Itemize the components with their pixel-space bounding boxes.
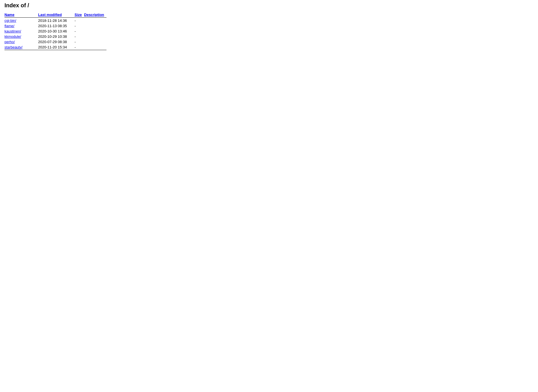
file-desc-cell: [84, 29, 106, 34]
file-size-cell: -: [75, 45, 84, 50]
col-header-modified: Last modified: [38, 12, 75, 18]
file-size-cell: -: [75, 29, 84, 34]
file-desc-cell: [84, 23, 106, 29]
sort-desc-link[interactable]: Description: [84, 13, 104, 17]
footer-divider: [4, 50, 106, 50]
table-row: starbeauty/2020-11-20 15:34-: [4, 45, 106, 50]
file-modified-cell: 2020-10-29 10:38: [38, 34, 75, 39]
page-title: Index of /: [4, 2, 534, 9]
file-name-cell: kkmodule/: [4, 34, 38, 39]
file-size-cell: -: [75, 39, 84, 45]
file-size-cell: -: [75, 34, 84, 39]
file-desc-cell: [84, 39, 106, 45]
file-link[interactable]: starbeauty/: [4, 45, 22, 49]
file-link[interactable]: perho/: [4, 40, 15, 44]
file-desc-cell: [84, 18, 106, 23]
table-row: kaustinen/2020-10-30 13:46-: [4, 29, 106, 34]
file-modified-cell: 2020-07-29 08:38: [38, 39, 75, 45]
column-headers: Name Last modified Size Description: [4, 12, 106, 18]
table-row: perho/2020-07-29 08:38-: [4, 39, 106, 45]
file-modified-cell: 2020-11-20 15:34: [38, 45, 75, 50]
file-name-cell: starbeauty/: [4, 45, 38, 50]
file-desc-cell: [84, 34, 106, 39]
file-link[interactable]: kkmodule/: [4, 34, 21, 39]
file-modified-cell: 2020-11-13 08:35: [38, 23, 75, 29]
file-size-cell: -: [75, 18, 84, 23]
file-desc-cell: [84, 45, 106, 50]
table-row: cgi-bin/2018-11-28 14:36-: [4, 18, 106, 23]
file-name-cell: cgi-bin/: [4, 18, 38, 23]
file-list: cgi-bin/2018-11-28 14:36-flame/2020-11-1…: [4, 18, 106, 50]
file-link[interactable]: flame/: [4, 24, 14, 28]
file-name-cell: perho/: [4, 39, 38, 45]
file-modified-cell: 2020-10-30 13:46: [38, 29, 75, 34]
file-link[interactable]: kaustinen/: [4, 29, 21, 33]
file-size-cell: -: [75, 23, 84, 29]
table-row: flame/2020-11-13 08:35-: [4, 23, 106, 29]
file-modified-cell: 2018-11-28 14:36: [38, 18, 75, 23]
sort-name-link[interactable]: Name: [4, 13, 14, 17]
file-name-cell: flame/: [4, 23, 38, 29]
sort-modified-link[interactable]: Last modified: [38, 13, 62, 17]
file-link[interactable]: cgi-bin/: [4, 18, 16, 23]
col-header-size: Size: [75, 12, 84, 18]
col-header-description: Description: [84, 12, 106, 18]
sort-size-link[interactable]: Size: [75, 13, 82, 17]
directory-listing: Name Last modified Size Description cgi-…: [4, 12, 106, 50]
col-header-name: Name: [4, 12, 38, 18]
file-name-cell: kaustinen/: [4, 29, 38, 34]
table-row: kkmodule/2020-10-29 10:38-: [4, 34, 106, 39]
